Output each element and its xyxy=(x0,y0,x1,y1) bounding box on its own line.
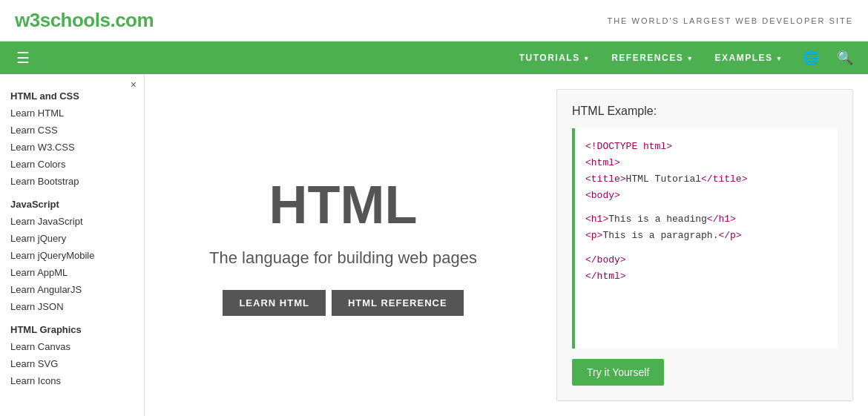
logo-text: w3schools xyxy=(15,9,110,31)
sidebar-link-learn-json[interactable]: Learn JSON xyxy=(0,298,144,315)
hero-title: HTML xyxy=(269,174,418,235)
globe-icon[interactable]: 🌐 xyxy=(795,42,826,74)
sidebar-link-learn-jquery[interactable]: Learn jQuery xyxy=(0,230,144,247)
code-block: <!DOCTYPE html> <html> <title>HTML Tutor… xyxy=(572,128,838,349)
sidebar-link-learn-bootstrap[interactable]: Learn Bootstrap xyxy=(0,173,144,190)
search-icon[interactable]: 🔍 xyxy=(829,42,861,74)
sidebar-link-learn-html[interactable]: Learn HTML xyxy=(0,105,144,122)
sidebar-section-title-js: JavaScript xyxy=(0,193,144,213)
sidebar-section-title-graphics: HTML Graphics xyxy=(0,318,144,338)
sidebar-section-html-graphics: HTML Graphics Learn Canvas Learn SVG Lea… xyxy=(0,318,144,389)
nav-examples[interactable]: EXAMPLES ▼ xyxy=(706,42,792,74)
code-line-title-text: HTML Tutorial xyxy=(626,174,701,185)
code-line-doctype: <!DOCTYPE html> xyxy=(585,141,672,152)
content-area: × HTML and CSS Learn HTML Learn CSS Lear… xyxy=(0,74,868,416)
example-box: HTML Example: <!DOCTYPE html> <html> <ti… xyxy=(556,89,853,401)
code-line-html-open: <html> xyxy=(585,157,620,168)
code-line-title-close: </title> xyxy=(701,174,747,185)
sidebar-section-html-css: HTML and CSS Learn HTML Learn CSS Learn … xyxy=(0,85,144,190)
nav-items: TUTORIALS ▼ REFERENCES ▼ EXAMPLES ▼ 🌐 🔍 xyxy=(510,42,861,74)
logo[interactable]: w3schools.com xyxy=(15,9,154,32)
code-line-h1-text: This is a heading xyxy=(608,214,707,225)
sidebar-link-learn-appml[interactable]: Learn AppML xyxy=(0,264,144,281)
main-content: HTML The language for building web pages… xyxy=(145,74,868,416)
code-line-h1-open: <h1> xyxy=(585,214,608,225)
code-line-p-close: </p> xyxy=(718,230,741,241)
sidebar-link-learn-js[interactable]: Learn JavaScript xyxy=(0,213,144,230)
learn-html-button[interactable]: LEARN HTML xyxy=(223,290,326,316)
code-line-p-open: <p> xyxy=(585,230,602,241)
sidebar-link-learn-w3css[interactable]: Learn W3.CSS xyxy=(0,139,144,156)
code-line-title-open: <title> xyxy=(585,174,626,185)
sidebar-link-learn-svg[interactable]: Learn SVG xyxy=(0,355,144,372)
hamburger-icon[interactable]: ☰ xyxy=(7,49,39,67)
html-reference-button[interactable]: HTML REFERENCE xyxy=(332,290,464,316)
chevron-down-icon: ▼ xyxy=(776,55,783,62)
chevron-down-icon: ▼ xyxy=(686,55,694,62)
top-bar: w3schools.com THE WORLD'S LARGEST WEB DE… xyxy=(0,0,868,42)
code-line-html-close: </html> xyxy=(585,271,626,282)
hero-buttons: LEARN HTML HTML REFERENCE xyxy=(223,290,463,316)
sidebar-link-learn-jquerymobile[interactable]: Learn jQueryMobile xyxy=(0,247,144,264)
hero-section: HTML The language for building web pages… xyxy=(145,74,542,416)
example-title: HTML Example: xyxy=(572,105,838,118)
close-sidebar-button[interactable]: × xyxy=(131,79,137,90)
code-line-body-open: <body> xyxy=(585,190,620,201)
sidebar-link-learn-css[interactable]: Learn CSS xyxy=(0,122,144,139)
hero-subtitle: The language for building web pages xyxy=(209,247,477,270)
tagline: THE WORLD'S LARGEST WEB DEVELOPER SITE xyxy=(607,16,853,25)
sidebar: × HTML and CSS Learn HTML Learn CSS Lear… xyxy=(0,74,145,416)
sidebar-link-learn-angularjs[interactable]: Learn AngularJS xyxy=(0,281,144,298)
sidebar-link-learn-icons[interactable]: Learn Icons xyxy=(0,372,144,389)
nav-tutorials[interactable]: TUTORIALS ▼ xyxy=(510,42,599,74)
try-it-yourself-button[interactable]: Try it Yourself xyxy=(572,359,664,386)
sidebar-section-title-html-css: HTML and CSS xyxy=(0,85,144,105)
nav-references[interactable]: REFERENCES ▼ xyxy=(602,42,703,74)
sidebar-section-javascript: JavaScript Learn JavaScript Learn jQuery… xyxy=(0,193,144,315)
sidebar-link-learn-colors[interactable]: Learn Colors xyxy=(0,156,144,173)
chevron-down-icon: ▼ xyxy=(583,55,591,62)
code-line-p-text: This is a paragraph. xyxy=(602,230,718,241)
code-line-h1-close: </h1> xyxy=(707,214,736,225)
nav-bar: ☰ TUTORIALS ▼ REFERENCES ▼ EXAMPLES ▼ 🌐 … xyxy=(0,42,868,74)
code-line-body-close: </body> xyxy=(585,254,626,265)
logo-tld: .com xyxy=(110,9,154,31)
sidebar-link-learn-canvas[interactable]: Learn Canvas xyxy=(0,338,144,355)
